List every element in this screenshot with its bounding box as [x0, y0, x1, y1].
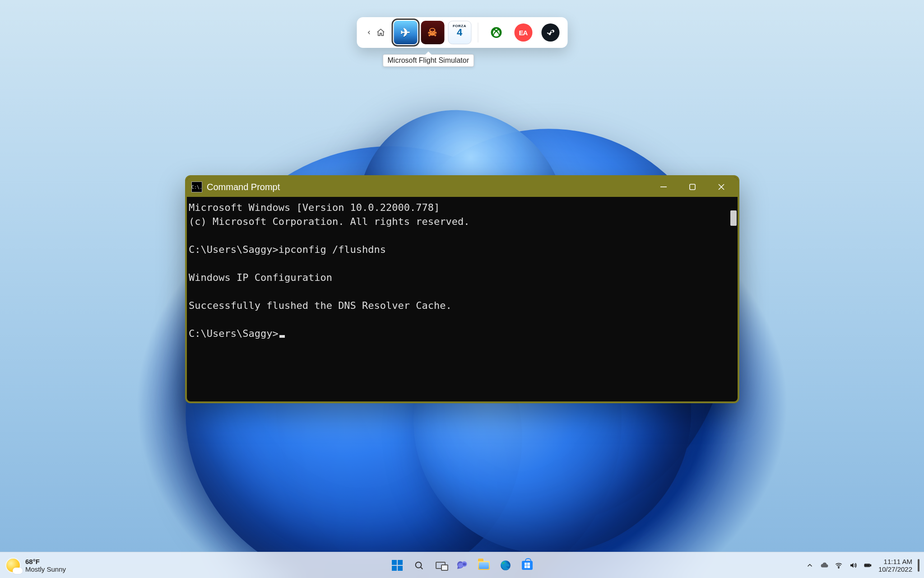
svg-rect-15 [870, 564, 871, 566]
close-button[interactable] [707, 177, 736, 197]
cmd-scrollbar[interactable] [730, 210, 737, 226]
chat-icon [457, 560, 468, 571]
taskview-icon [436, 562, 446, 569]
taskbar: 68°F Mostly Sunny [0, 552, 924, 578]
taskbar-search[interactable] [410, 556, 428, 574]
clock-date: 10/27/2022 [878, 565, 912, 573]
taskbar-taskview[interactable] [432, 556, 450, 574]
svg-point-6 [415, 562, 421, 568]
command-prompt-window: C:\. Command Prompt Microsoft Windows [V… [185, 175, 739, 403]
taskbar-chat[interactable] [453, 556, 471, 574]
game-bar: EA [357, 17, 567, 48]
weather-text: 68°F Mostly Sunny [25, 558, 66, 573]
chevron-up-icon [806, 561, 814, 569]
taskbar-file-explorer[interactable] [475, 556, 493, 574]
speaker-icon [849, 561, 857, 569]
tray-battery[interactable] [861, 556, 874, 574]
tray-notifications[interactable] [917, 556, 920, 574]
game-tile-doom[interactable] [421, 21, 444, 44]
maximize-button[interactable] [678, 177, 707, 197]
home-icon[interactable] [376, 28, 385, 37]
start-button[interactable] [388, 556, 406, 574]
tray-volume[interactable] [847, 556, 859, 574]
ea-label: EA [519, 29, 528, 37]
window-buttons [649, 177, 736, 197]
taskbar-weather[interactable]: 68°F Mostly Sunny [0, 558, 66, 573]
cmd-body[interactable]: Microsoft Windows [Version 10.0.22000.77… [187, 197, 738, 401]
game-tile-tooltip: Microsoft Flight Simulator [383, 54, 474, 67]
cmd-line: (c) Microsoft Corporation. All rights re… [189, 216, 470, 227]
cmd-cursor [279, 335, 285, 338]
weather-icon [6, 559, 20, 572]
windows-logo-icon [392, 560, 403, 571]
notification-bar-icon [918, 559, 919, 572]
tray-onedrive[interactable] [818, 556, 831, 574]
cmd-title: Command Prompt [207, 182, 280, 192]
tray-overflow[interactable] [803, 556, 816, 574]
svg-point-10 [458, 563, 463, 568]
svg-point-13 [838, 567, 839, 568]
taskbar-ms-store[interactable] [518, 556, 536, 574]
cmd-line: Successfully flushed the DNS Resolver Ca… [189, 300, 452, 311]
folder-icon [478, 561, 490, 570]
weather-desc: Mostly Sunny [25, 565, 66, 573]
cmd-line: C:\Users\Saggy> [189, 328, 279, 339]
launcher-steam[interactable] [541, 23, 559, 42]
svg-line-7 [420, 567, 422, 569]
cmd-line: C:\Users\Saggy>ipconfig /flushdns [189, 244, 386, 255]
cmd-app-icon: C:\. [191, 182, 202, 192]
cmd-line: Microsoft Windows [Version 10.0.22000.77… [189, 202, 440, 213]
tray-clock[interactable]: 11:11 AM 10/27/2022 [876, 558, 915, 573]
tooltip-text: Microsoft Flight Simulator [388, 56, 469, 64]
taskbar-center [388, 556, 536, 574]
cloud-icon [820, 561, 828, 569]
clock-time: 11:11 AM [878, 558, 912, 565]
gamebar-divider [478, 23, 478, 42]
wifi-icon [835, 561, 843, 569]
launcher-ea[interactable]: EA [514, 23, 532, 42]
game-tile-forza[interactable] [448, 21, 471, 44]
taskbar-edge[interactable] [497, 556, 515, 574]
system-tray: 11:11 AM 10/27/2022 [803, 556, 924, 574]
battery-icon [864, 561, 872, 569]
search-icon [414, 560, 424, 570]
weather-temp: 68°F [25, 558, 66, 565]
game-bar-nav [362, 28, 390, 37]
game-tile-msfs[interactable] [394, 21, 417, 44]
chevron-left-icon[interactable] [364, 28, 374, 37]
svg-rect-3 [690, 184, 695, 190]
cmd-titlebar[interactable]: C:\. Command Prompt [187, 177, 738, 197]
store-icon [522, 561, 533, 570]
launcher-xbox[interactable] [487, 23, 505, 42]
tray-wifi[interactable] [832, 556, 845, 574]
cmd-line: Windows IP Configuration [189, 272, 332, 283]
svg-rect-2 [660, 186, 667, 187]
svg-rect-16 [865, 564, 869, 566]
minimize-button[interactable] [649, 177, 678, 197]
edge-icon [500, 559, 511, 571]
